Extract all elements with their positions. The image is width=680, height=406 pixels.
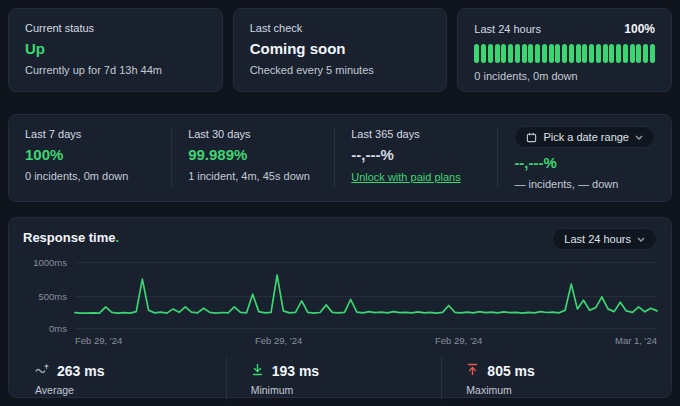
current-status-card: Current status Up Currently up for 7d 13… xyxy=(8,8,223,92)
y-tick-1000ms: 1000ms xyxy=(33,257,67,268)
uptime-bar xyxy=(528,44,533,63)
calendar-icon xyxy=(526,132,537,143)
chevron-down-icon xyxy=(635,135,643,140)
response-time-chart: 1000ms 500ms 0ms xyxy=(23,262,657,329)
maximum-icon xyxy=(466,362,479,380)
last-24-hours-label: Last 24 hours xyxy=(474,23,541,35)
date-range-value: --,---% xyxy=(514,154,655,171)
last-30-days-value: 99.989% xyxy=(188,146,318,163)
uptime-bar xyxy=(488,44,493,63)
stat-maximum: 805 ms Maximum xyxy=(441,357,657,401)
uptime-col-30-days: Last 30 days 99.989% 1 incident, 4m, 45s… xyxy=(171,128,334,188)
last-24-hours-card: Last 24 hours 100% 0 incidents, 0m down xyxy=(457,8,672,92)
chevron-down-icon xyxy=(637,237,645,242)
unlock-paid-plans-link[interactable]: Unlock with paid plans xyxy=(351,171,460,183)
last-7-days-sub: 0 incidents, 0m down xyxy=(25,170,155,182)
response-time-card: Response time. Last 24 hours 1000ms 500m… xyxy=(8,217,672,398)
uptime-bar xyxy=(569,44,574,63)
last-check-label: Last check xyxy=(250,22,431,34)
last-check-sub: Checked every 5 minutes xyxy=(250,64,431,76)
current-status-value: Up xyxy=(25,40,206,57)
y-tick-0ms: 0ms xyxy=(49,323,67,334)
average-label: Average xyxy=(35,384,222,396)
last-365-days-value: --,---% xyxy=(351,146,481,163)
uptime-bar xyxy=(549,44,554,63)
pick-date-range-label: Pick a date range xyxy=(543,131,629,143)
last-24-hours-percent: 100% xyxy=(624,22,655,36)
x-tick-4: Mar 1, '24 xyxy=(615,335,657,346)
stat-minimum: 193 ms Minimum xyxy=(226,357,442,401)
last-check-value: Coming soon xyxy=(250,40,431,57)
uptime-bar xyxy=(603,44,608,63)
uptime-bar xyxy=(542,44,547,63)
average-icon xyxy=(35,362,49,380)
current-status-label: Current status xyxy=(25,22,206,34)
x-tick-1: Feb 29, '24 xyxy=(75,335,122,346)
uptime-bar xyxy=(562,44,567,63)
uptime-col-7-days: Last 7 days 100% 0 incidents, 0m down xyxy=(9,128,171,188)
uptime-bar xyxy=(643,44,648,63)
current-status-sub: Currently up for 7d 13h 44m xyxy=(25,64,206,76)
uptime-bar xyxy=(555,44,560,63)
pick-date-range-button[interactable]: Pick a date range xyxy=(514,126,655,148)
uptime-bar xyxy=(474,44,479,63)
maximum-value: 805 ms xyxy=(487,363,534,379)
chart-y-axis: 1000ms 500ms 0ms xyxy=(23,262,75,329)
uptime-bar xyxy=(623,44,628,63)
average-value: 263 ms xyxy=(57,363,104,379)
uptime-bar xyxy=(535,44,540,63)
uptime-col-365-days: Last 365 days --,---% Unlock with paid p… xyxy=(334,128,497,188)
x-tick-3: Feb 29, '24 xyxy=(435,335,482,346)
last-30-days-sub: 1 incident, 4m, 45s down xyxy=(188,170,318,182)
response-stats-row: 263 ms Average 193 ms Minimum xyxy=(23,357,657,401)
response-time-line xyxy=(75,262,657,329)
uptime-bar xyxy=(596,44,601,63)
uptime-bar xyxy=(495,44,500,63)
y-tick-500ms: 500ms xyxy=(38,291,67,302)
minimum-icon xyxy=(251,362,264,380)
last-7-days-value: 100% xyxy=(25,146,155,163)
minimum-label: Minimum xyxy=(251,384,438,396)
uptime-bar xyxy=(616,44,621,63)
uptime-bar xyxy=(582,44,587,63)
uptime-summary-card: Last 7 days 100% 0 incidents, 0m down La… xyxy=(8,114,672,202)
uptime-col-date-range: Pick a date range --,---% — incidents, —… xyxy=(497,128,671,188)
uptime-bar xyxy=(501,44,506,63)
chart-range-label: Last 24 hours xyxy=(564,233,631,245)
uptime-bar xyxy=(630,44,635,63)
stat-average: 263 ms Average xyxy=(23,357,226,401)
uptime-bar xyxy=(508,44,513,63)
title-accent-dot: . xyxy=(115,230,119,245)
date-range-sub: — incidents, — down xyxy=(514,178,655,190)
status-page: Current status Up Currently up for 7d 13… xyxy=(0,0,680,406)
chart-x-axis: Feb 29, '24 Feb 29, '24 Feb 29, '24 Mar … xyxy=(75,329,657,346)
uptime-bar xyxy=(609,44,614,63)
uptime-bar xyxy=(589,44,594,63)
last-30-days-label: Last 30 days xyxy=(188,128,318,140)
last-7-days-label: Last 7 days xyxy=(25,128,155,140)
chart-range-button[interactable]: Last 24 hours xyxy=(552,228,657,250)
uptime-bar xyxy=(576,44,581,63)
uptime-bars xyxy=(474,44,655,63)
uptime-bar xyxy=(636,44,641,63)
last-24-hours-sub: 0 incidents, 0m down xyxy=(474,70,655,82)
uptime-bar xyxy=(515,44,520,63)
x-tick-2: Feb 29, '24 xyxy=(255,335,302,346)
uptime-bar xyxy=(481,44,486,63)
response-time-title: Response time. xyxy=(23,230,119,245)
minimum-value: 193 ms xyxy=(272,363,319,379)
uptime-bar xyxy=(650,44,655,63)
last-365-days-label: Last 365 days xyxy=(351,128,481,140)
top-cards-row: Current status Up Currently up for 7d 13… xyxy=(8,8,672,92)
maximum-label: Maximum xyxy=(466,384,653,396)
last-check-card: Last check Coming soon Checked every 5 m… xyxy=(233,8,448,92)
uptime-bar xyxy=(522,44,527,63)
chart-plot-area xyxy=(75,262,657,329)
